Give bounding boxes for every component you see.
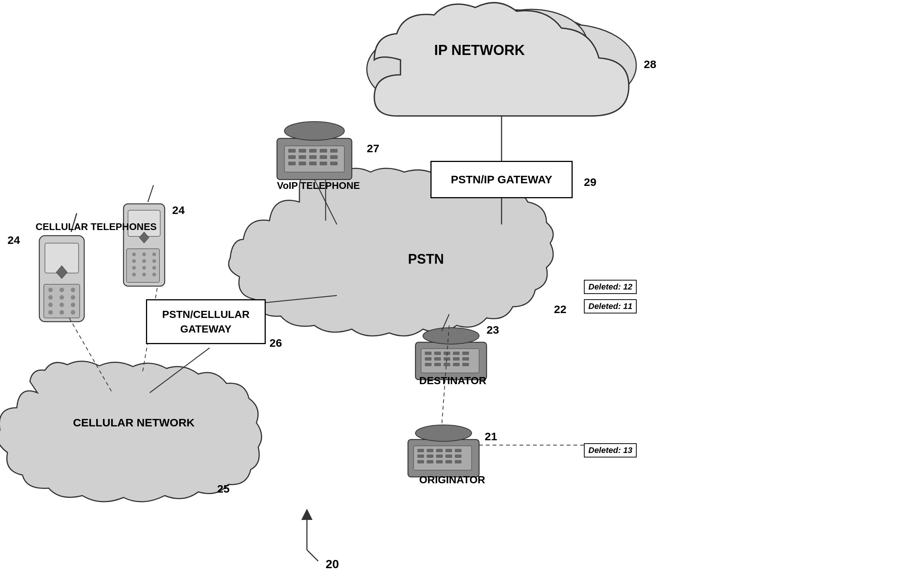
svg-rect-34: [455, 449, 462, 452]
deleted-box-13: Deleted: 13: [584, 443, 637, 457]
svg-point-85: [132, 252, 136, 256]
svg-point-72: [59, 295, 64, 300]
deleted-label-13: Deleted: 13: [588, 446, 632, 455]
ref-23: 23: [486, 324, 499, 336]
pstn-label: PSTN: [408, 251, 444, 268]
svg-point-70: [71, 288, 75, 292]
pstn-cellular-gateway-box: PSTN/CELLULAR GATEWAY: [146, 299, 266, 344]
svg-point-94: [132, 273, 136, 277]
svg-point-90: [152, 259, 156, 263]
svg-rect-42: [436, 460, 443, 464]
svg-point-79: [71, 310, 75, 314]
svg-rect-23: [309, 162, 317, 165]
svg-point-28: [416, 425, 471, 441]
svg-rect-16: [288, 155, 296, 159]
ref-24-right: 24: [172, 204, 184, 216]
svg-rect-49: [434, 352, 441, 355]
svg-marker-104: [301, 509, 312, 520]
svg-rect-25: [330, 162, 338, 165]
deleted-box-12: Deleted: 12: [584, 280, 637, 294]
svg-rect-62: [462, 363, 469, 366]
svg-point-78: [59, 310, 64, 314]
ip-network-label: IP NETWORK: [434, 41, 525, 59]
svg-rect-59: [434, 363, 441, 366]
svg-rect-14: [320, 149, 327, 152]
svg-rect-40: [417, 460, 424, 464]
svg-rect-44: [455, 460, 462, 464]
svg-rect-30: [417, 449, 424, 452]
svg-rect-43: [445, 460, 452, 464]
cellular-telephones-label: CELLULAR TELEPHONES: [36, 221, 157, 233]
svg-rect-18: [309, 155, 317, 159]
svg-rect-19: [320, 155, 327, 159]
svg-rect-53: [425, 357, 432, 360]
svg-rect-35: [417, 454, 424, 458]
svg-point-77: [48, 310, 53, 314]
svg-rect-31: [427, 449, 434, 452]
svg-point-89: [142, 259, 146, 263]
svg-rect-52: [462, 352, 469, 355]
svg-point-71: [48, 295, 53, 300]
destinator-label: DESTINATOR: [419, 374, 486, 388]
diagram-svg: [0, 0, 923, 588]
deleted-label-11: Deleted: 11: [588, 301, 632, 311]
svg-point-87: [152, 252, 156, 256]
svg-point-95: [142, 273, 146, 277]
originator-icon: [408, 425, 479, 477]
diagram-container: IP NETWORK 28 PSTN/IP GATEWAY 29 PSTN 22…: [0, 0, 923, 588]
svg-rect-41: [427, 460, 434, 464]
ref-26: 26: [269, 337, 282, 349]
svg-rect-51: [453, 352, 460, 355]
svg-point-91: [132, 266, 136, 270]
svg-point-96: [152, 273, 156, 277]
svg-rect-20: [330, 155, 338, 159]
cellular-network-cloud: [0, 361, 262, 502]
ref-24-left: 24: [8, 234, 20, 246]
svg-rect-13: [309, 149, 317, 152]
svg-rect-54: [434, 357, 441, 360]
destinator-icon: [416, 328, 486, 380]
svg-rect-61: [453, 363, 460, 366]
svg-rect-17: [299, 155, 306, 159]
cellular-network-label: CELLULAR NETWORK: [73, 415, 195, 430]
svg-rect-11: [288, 149, 296, 152]
svg-line-80: [148, 185, 153, 202]
svg-rect-56: [453, 357, 460, 360]
deleted-box-11: Deleted: 11: [584, 299, 637, 313]
svg-rect-57: [462, 357, 469, 360]
svg-rect-39: [455, 454, 462, 458]
svg-rect-21: [288, 162, 296, 165]
svg-point-86: [142, 252, 146, 256]
deleted-label-12: Deleted: 12: [588, 282, 632, 292]
svg-rect-48: [425, 352, 432, 355]
svg-point-46: [423, 328, 479, 344]
svg-point-88: [132, 259, 136, 263]
svg-point-92: [142, 266, 146, 270]
svg-point-69: [59, 288, 64, 292]
svg-rect-37: [436, 454, 443, 458]
svg-line-105: [307, 550, 318, 561]
svg-rect-32: [436, 449, 443, 452]
svg-point-74: [48, 303, 53, 307]
pstn-ip-gateway-box: PSTN/IP GATEWAY: [430, 161, 573, 198]
svg-rect-22: [299, 162, 306, 165]
svg-point-73: [71, 295, 75, 300]
ref-21: 21: [485, 430, 497, 443]
ref-28: 28: [644, 58, 656, 71]
svg-point-9: [284, 121, 344, 140]
svg-rect-60: [443, 363, 450, 366]
ref-22: 22: [554, 303, 566, 316]
svg-rect-15: [330, 149, 338, 152]
svg-rect-33: [445, 449, 452, 452]
svg-point-76: [71, 303, 75, 307]
svg-rect-36: [427, 454, 434, 458]
figure-ref: 20: [326, 557, 339, 571]
ref-29: 29: [584, 176, 596, 188]
svg-rect-58: [425, 363, 432, 366]
ref-27: 27: [367, 142, 379, 155]
voip-telephone-icon: [277, 121, 352, 180]
originator-label: ORIGINATOR: [419, 473, 485, 486]
svg-point-93: [152, 266, 156, 270]
svg-point-75: [59, 303, 64, 307]
svg-point-68: [48, 288, 53, 292]
